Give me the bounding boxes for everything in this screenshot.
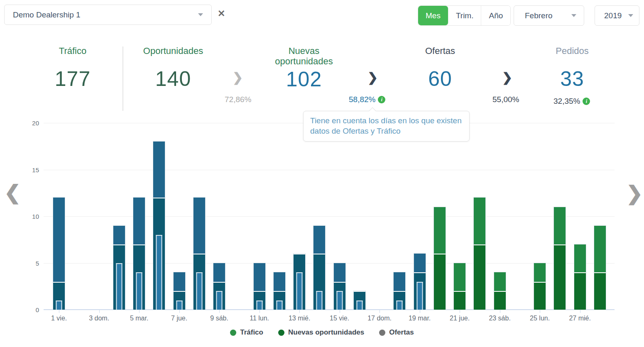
dealership-select[interactable]: Demo Dealership 1 <box>4 5 212 25</box>
y-axis-label: 20 <box>25 120 39 127</box>
x-tick <box>380 310 380 313</box>
x-tick <box>179 310 180 313</box>
bar-day-27[interactable] <box>574 244 586 310</box>
tooltip-caret <box>369 108 376 115</box>
x-tick <box>99 310 100 313</box>
nuevas-oportunidades-dot-icon <box>278 330 284 336</box>
stage-label: Tráfico <box>25 46 120 56</box>
bar-day-18[interactable] <box>394 272 405 310</box>
bar-day-7[interactable] <box>174 272 185 310</box>
bar-day-26[interactable] <box>554 207 566 310</box>
x-axis-label: 3 dom. <box>78 315 120 322</box>
x-tick <box>540 310 540 313</box>
bar-segment-nuevas-oportunidades <box>594 272 606 310</box>
x-axis-label: 21 jue. <box>439 315 480 322</box>
month-select-value: Febrero <box>525 11 553 20</box>
bar-day-14[interactable] <box>313 226 325 310</box>
chevron-down-icon <box>198 13 203 16</box>
next-period-button[interactable]: ❯ <box>626 183 643 203</box>
conversion-pct: 32,35% i <box>553 97 590 106</box>
chevron-down-icon <box>628 14 633 17</box>
legend-item-trafico: Tráfico <box>230 328 263 337</box>
divider <box>122 46 123 111</box>
year-select-value: 2019 <box>604 11 622 20</box>
bar-inner-ofertas <box>336 291 343 310</box>
bar-day-20[interactable] <box>434 207 446 310</box>
stage-label: Pedidos <box>524 46 620 56</box>
bar-day-11[interactable] <box>254 263 265 310</box>
bar-day-21[interactable] <box>454 263 465 310</box>
x-axis-label: 7 jue. <box>159 315 200 322</box>
funnel-stage-nuevas-oportunidades: Nuevas oportunidades 102 <box>256 46 352 91</box>
funnel-stage-pedidos: Pedidos 33 <box>524 46 620 91</box>
info-tooltip: Tiene en cuenta los días en los que exis… <box>303 111 470 142</box>
bar-day-5[interactable] <box>133 198 145 310</box>
bar-day-8[interactable] <box>193 198 205 310</box>
tab-mes[interactable]: Mes <box>418 6 448 25</box>
y-axis-label: 5 <box>25 260 39 267</box>
x-tick <box>139 310 140 313</box>
bar-inner-ofertas <box>296 272 303 310</box>
stage-label: Oportunidades <box>125 46 221 56</box>
info-icon[interactable]: i <box>378 96 385 103</box>
info-icon[interactable]: i <box>583 98 590 105</box>
conversion-pct: 72,86% <box>225 95 251 104</box>
tab-trimestre[interactable]: Trim. <box>448 6 482 25</box>
bar-inner-ofertas <box>176 301 182 310</box>
period-toggle-group: Mes Trim. Año <box>418 5 511 26</box>
x-axis-label: 13 mié. <box>279 315 320 322</box>
bar-inner-ofertas <box>356 301 362 310</box>
stage-label: Nuevas <box>256 46 352 56</box>
bar-segment-nuevas-oportunidades <box>474 244 485 310</box>
bar-day-15[interactable] <box>334 263 345 310</box>
month-select[interactable]: Febrero <box>514 5 584 26</box>
bar-day-4[interactable] <box>113 226 125 310</box>
bar-day-22[interactable] <box>474 198 485 310</box>
bar-day-25[interactable] <box>534 263 546 310</box>
bar-day-12[interactable] <box>274 272 285 310</box>
year-select[interactable]: 2019 <box>595 5 639 26</box>
x-axis-label: 11 lun. <box>239 315 280 322</box>
tab-ano[interactable]: Año <box>481 6 510 25</box>
chevron-right-icon: ❯ <box>367 71 378 84</box>
chart-plot: 1 vie.3 dom.5 mar.7 jue.9 sáb.11 lun.13 … <box>44 123 615 310</box>
y-axis-label: 15 <box>25 166 39 174</box>
bar-day-28[interactable] <box>594 226 606 310</box>
prev-period-button[interactable]: ❮ <box>4 183 21 203</box>
bar-day-9[interactable] <box>213 263 225 310</box>
dealership-select-value: Demo Dealership 1 <box>13 10 81 20</box>
bar-day-6[interactable] <box>153 142 165 310</box>
ofertas-dot-icon <box>379 330 385 336</box>
stage-value: 60 <box>392 67 488 91</box>
y-axis-label: 10 <box>25 213 39 220</box>
x-tick <box>460 310 460 313</box>
bar-inner-ofertas <box>216 291 223 310</box>
bar-inner-ofertas <box>416 282 423 310</box>
bar-inner-ofertas <box>136 272 142 310</box>
trafico-dot-icon <box>230 330 236 336</box>
close-icon[interactable]: ✕ <box>218 9 225 18</box>
bar-day-19[interactable] <box>414 254 426 310</box>
bar-day-23[interactable] <box>494 272 506 310</box>
x-tick <box>299 310 300 313</box>
stage-label: Ofertas <box>392 46 488 56</box>
x-axis-label: 9 sáb. <box>198 315 240 322</box>
bar-inner-ofertas <box>116 263 122 310</box>
bar-day-16[interactable] <box>354 291 365 310</box>
tooltip-text: Tiene en cuenta los días en los que exis… <box>310 116 462 135</box>
x-axis-label: 25 lun. <box>519 315 561 322</box>
bar-segment-nuevas-oportunidades <box>534 282 546 310</box>
stage-value: 33 <box>524 67 620 91</box>
stage-label-line2: oportunidades <box>256 56 352 66</box>
conversion-pct: 55,00% <box>492 95 519 104</box>
bar-inner-ofertas <box>196 272 202 310</box>
bar-inner-ofertas <box>316 291 323 310</box>
bar-day-13[interactable] <box>294 254 305 310</box>
bar-day-1[interactable] <box>53 198 65 310</box>
chart-legend: Tráfico Nuevas oportunidades Ofertas <box>0 328 644 337</box>
funnel-stage-trafico: Tráfico 177 <box>25 46 120 91</box>
x-tick <box>340 310 340 313</box>
chevron-right-icon: ❯ <box>233 71 243 84</box>
y-axis-label: 0 <box>25 306 39 313</box>
bar-segment-nuevas-oportunidades <box>574 272 586 310</box>
